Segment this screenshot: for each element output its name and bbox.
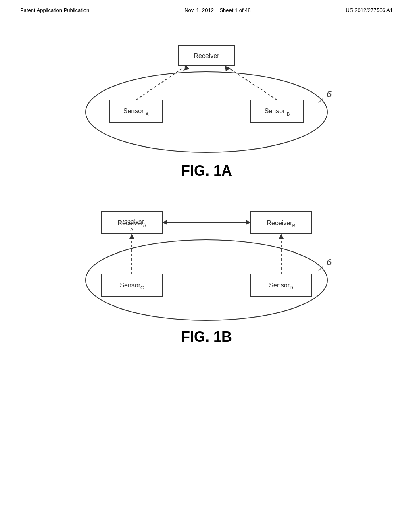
svg-text:Receiver: Receiver bbox=[194, 52, 219, 59]
svg-marker-10 bbox=[183, 66, 190, 71]
header-right: US 2012/277566 A1 bbox=[346, 7, 393, 13]
page-header: Patent Application Publication Nov. 1, 2… bbox=[0, 0, 413, 13]
header-left: Patent Application Publication bbox=[20, 7, 89, 13]
svg-text:A: A bbox=[130, 227, 133, 232]
fig1a-label: FIG. 1A bbox=[181, 162, 232, 179]
header-center: Nov. 1, 2012 Sheet 1 of 48 bbox=[184, 7, 251, 13]
fig1b-section: 6 Receiver A ReceiverA ReceiverA Receive bbox=[0, 200, 413, 345]
svg-marker-30 bbox=[279, 234, 284, 239]
svg-marker-24 bbox=[246, 220, 251, 225]
fig1b-label: FIG. 1B bbox=[181, 328, 232, 345]
fig1a-diagram: 6 Receiver Sensor A Sensor B bbox=[65, 37, 348, 158]
fig1a-section: 6 Receiver Sensor A Sensor B FIG. 1A bbox=[0, 37, 413, 179]
svg-marker-12 bbox=[225, 66, 231, 71]
svg-marker-23 bbox=[162, 220, 167, 225]
svg-marker-28 bbox=[129, 234, 134, 239]
svg-text:6: 6 bbox=[327, 257, 332, 267]
svg-text:6: 6 bbox=[327, 89, 332, 99]
fig1b-diagram: 6 Receiver A ReceiverA ReceiverA Receive bbox=[65, 200, 348, 324]
